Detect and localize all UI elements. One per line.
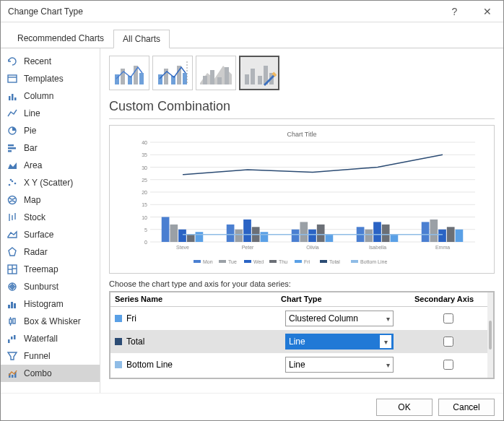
- svg-rect-82: [187, 235, 195, 242]
- sidebar-item-label: Radar: [24, 247, 48, 257]
- svg-rect-37: [12, 375, 14, 378]
- secondary-axis-checkbox[interactable]: [443, 360, 453, 370]
- secondary-axis-checkbox[interactable]: [443, 337, 453, 347]
- svg-text:Thu: Thu: [279, 259, 287, 264]
- sidebar-item-label: Line: [24, 108, 40, 118]
- funnel-icon: [6, 350, 18, 362]
- sidebar-item-treemap[interactable]: Treemap: [1, 261, 100, 278]
- chart-type-dropdown[interactable]: Line▾: [285, 334, 394, 350]
- svg-rect-113: [244, 260, 251, 263]
- svg-text:5: 5: [144, 227, 147, 233]
- series-name-label: Total: [126, 337, 144, 347]
- sidebar-item-pie[interactable]: Pie: [1, 122, 100, 139]
- subtype-combo-2[interactable]: [152, 56, 193, 90]
- sidebar-item-label: Sunburst: [24, 282, 58, 292]
- sidebar-item-combo[interactable]: Combo: [1, 365, 100, 382]
- ok-button[interactable]: OK: [376, 399, 433, 416]
- svg-rect-7: [8, 147, 16, 149]
- svg-rect-87: [243, 220, 251, 242]
- header-secondary-axis: Secondary Axis: [401, 292, 487, 306]
- sidebar-item-templates[interactable]: Templates: [1, 70, 100, 87]
- sidebar-item-sunburst[interactable]: Sunburst: [1, 278, 100, 295]
- sidebar-item-label: Box & Whisker: [24, 316, 81, 326]
- sidebar-item-recent[interactable]: Recent: [1, 53, 100, 70]
- svg-rect-100: [382, 225, 390, 242]
- svg-rect-33: [8, 339, 10, 343]
- svg-rect-53: [225, 67, 229, 84]
- sidebar-item-line[interactable]: Line: [1, 105, 100, 122]
- svg-text:Isabella: Isabella: [369, 245, 386, 250]
- svg-rect-2: [9, 96, 11, 100]
- map-icon: [6, 194, 18, 206]
- svg-rect-115: [269, 260, 277, 263]
- secondary-axis-checkbox[interactable]: [443, 313, 453, 324]
- radar-icon: [6, 246, 18, 258]
- series-table-header: Series Name Chart Type Secondary Axis: [110, 292, 487, 307]
- main-panel: Custom Combination Chart Title0510152025…: [100, 48, 503, 393]
- chart-preview[interactable]: Chart Title0510152025303540StevePeterOli…: [109, 125, 495, 274]
- svg-rect-54: [245, 74, 249, 84]
- svg-point-12: [10, 179, 12, 181]
- subtype-combo-3[interactable]: [196, 56, 236, 90]
- sidebar-item-area[interactable]: Area: [1, 157, 100, 174]
- sidebar-item-radar[interactable]: Radar: [1, 243, 100, 261]
- svg-rect-29: [9, 319, 12, 324]
- series-row[interactable]: Total Line▾: [110, 330, 487, 353]
- tab-recommended-charts[interactable]: Recommended Charts: [8, 29, 113, 48]
- svg-rect-45: [164, 69, 168, 84]
- sidebar-item-x-y-scatter-[interactable]: X Y (Scatter): [1, 174, 100, 191]
- chart-type-value: Line: [289, 360, 305, 370]
- svg-rect-6: [8, 144, 14, 147]
- header-chart-type: Chart Type: [277, 292, 401, 306]
- sidebar-item-label: Histogram: [24, 299, 64, 309]
- series-row[interactable]: Bottom Line Line▾: [110, 353, 487, 376]
- line-icon: [6, 108, 18, 119]
- series-name-label: Bottom Line: [126, 360, 173, 370]
- sidebar-item-surface[interactable]: Surface: [1, 226, 100, 243]
- sidebar-item-column[interactable]: Column: [1, 87, 100, 105]
- svg-rect-55: [251, 69, 255, 84]
- svg-rect-101: [391, 235, 399, 242]
- dialog-title: Change Chart Type: [8, 6, 438, 17]
- close-button[interactable]: ✕: [471, 1, 503, 22]
- svg-rect-80: [170, 225, 178, 242]
- svg-rect-56: [258, 76, 262, 84]
- svg-rect-95: [326, 235, 334, 242]
- svg-rect-109: [194, 260, 201, 263]
- sidebar-item-bar[interactable]: Bar: [1, 139, 100, 157]
- sidebar-item-stock[interactable]: Stock: [1, 209, 100, 226]
- svg-rect-106: [447, 227, 455, 242]
- svg-rect-81: [178, 230, 186, 242]
- sidebar-item-histogram[interactable]: Histogram: [1, 295, 100, 313]
- svg-rect-26: [8, 305, 10, 308]
- sidebar-item-label: Area: [24, 160, 42, 170]
- svg-marker-17: [9, 248, 16, 256]
- sidebar-item-label: Waterfall: [24, 334, 58, 344]
- svg-rect-117: [295, 260, 302, 263]
- dialog-footer: OK Cancel: [1, 393, 503, 420]
- subtype-combo-custom[interactable]: [239, 56, 279, 90]
- chart-type-dropdown[interactable]: Line▾: [285, 357, 394, 373]
- sidebar-item-funnel[interactable]: Funnel: [1, 347, 100, 365]
- svg-rect-107: [456, 230, 464, 242]
- chart-type-dropdown[interactable]: Clustered Column▾: [285, 311, 394, 326]
- series-table: Series Name Chart Type Secondary Axis Fr…: [109, 291, 495, 379]
- svg-rect-48: [183, 73, 187, 84]
- svg-rect-121: [351, 260, 358, 263]
- series-scrollbar[interactable]: [487, 292, 493, 378]
- sidebar-item-box-whisker[interactable]: Box & Whisker: [1, 313, 100, 330]
- sidebar-item-waterfall[interactable]: Waterfall: [1, 330, 100, 347]
- header-series-name: Series Name: [110, 292, 277, 306]
- cancel-button[interactable]: Cancel: [438, 399, 495, 416]
- sidebar-item-map[interactable]: Map: [1, 191, 100, 209]
- series-swatch: [115, 315, 122, 322]
- help-button[interactable]: ?: [438, 1, 471, 22]
- svg-text:Bottom Line: Bottom Line: [360, 259, 387, 264]
- svg-text:Fri: Fri: [304, 259, 310, 264]
- series-row[interactable]: Fri Clustered Column▾: [110, 307, 487, 330]
- tab-all-charts[interactable]: All Charts: [113, 30, 170, 48]
- subtype-combo-1[interactable]: [109, 56, 149, 90]
- box-icon: [6, 316, 18, 327]
- tab-bar: Recommended Charts All Charts: [1, 27, 503, 48]
- svg-rect-105: [438, 230, 446, 242]
